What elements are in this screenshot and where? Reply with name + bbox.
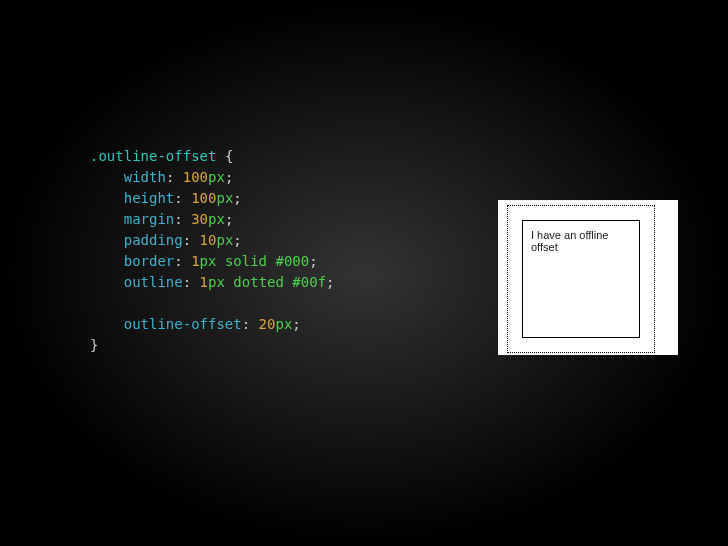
css-number: 20	[259, 316, 276, 332]
demo-panel: I have an offline offset	[498, 200, 678, 355]
colon: :	[183, 232, 191, 248]
css-hex: #000	[276, 253, 310, 269]
semicolon: ;	[225, 211, 233, 227]
colon: :	[174, 211, 182, 227]
css-number: 1	[191, 253, 199, 269]
semicolon: ;	[309, 253, 317, 269]
css-number: 30	[191, 211, 208, 227]
css-number: 10	[200, 232, 217, 248]
semicolon: ;	[292, 316, 300, 332]
css-number: 100	[183, 169, 208, 185]
slide: .outline-offset { width: 100px; height: …	[0, 0, 728, 546]
css-selector: .outline-offset	[90, 148, 216, 164]
css-keyword: solid	[225, 253, 267, 269]
demo-box-text: I have an offline offset	[531, 229, 608, 253]
css-hex: #00f	[292, 274, 326, 290]
css-number: 100	[191, 190, 216, 206]
demo-outline-box: I have an offline offset	[522, 220, 640, 338]
css-property: margin	[124, 211, 175, 227]
css-unit: px	[208, 169, 225, 185]
semicolon: ;	[233, 232, 241, 248]
semicolon: ;	[233, 190, 241, 206]
css-unit: px	[216, 232, 233, 248]
css-unit: px	[200, 253, 217, 269]
semicolon: ;	[225, 169, 233, 185]
open-brace: {	[225, 148, 233, 164]
colon: :	[183, 274, 191, 290]
css-property: outline	[124, 274, 183, 290]
colon: :	[166, 169, 174, 185]
css-unit: px	[275, 316, 292, 332]
semicolon: ;	[326, 274, 334, 290]
css-keyword: dotted	[233, 274, 284, 290]
colon: :	[174, 253, 182, 269]
colon: :	[242, 316, 250, 332]
css-property: width	[124, 169, 166, 185]
css-property: height	[124, 190, 175, 206]
css-code-block: .outline-offset { width: 100px; height: …	[90, 146, 335, 356]
css-unit: px	[216, 190, 233, 206]
css-unit: px	[208, 274, 225, 290]
css-property: outline-offset	[124, 316, 242, 332]
css-property: border	[124, 253, 175, 269]
css-unit: px	[208, 211, 225, 227]
css-number: 1	[200, 274, 208, 290]
css-property: padding	[124, 232, 183, 248]
close-brace: }	[90, 337, 98, 353]
colon: :	[174, 190, 182, 206]
